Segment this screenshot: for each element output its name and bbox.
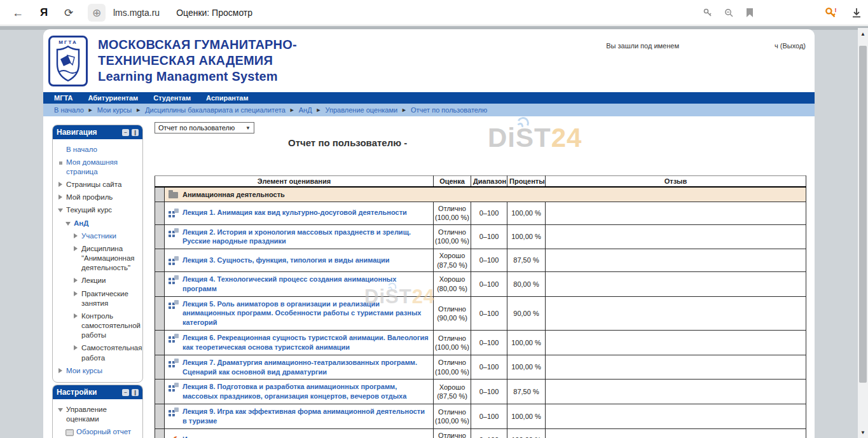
feedback-cell [546,331,806,355]
wifi-arcs-icon [517,116,530,129]
grade-item-link[interactable]: Лекция 5. Роль аниматоров в организации … [183,299,429,328]
navigation-item: АнД [55,217,141,229]
indent-cell [155,249,165,272]
scroll-down-arrow[interactable]: ▼ [858,428,868,437]
zoom-icon[interactable] [722,6,735,19]
range-cell: 0–100 [471,296,507,331]
grade-percent: (90,00 %) [435,313,469,322]
logout-link[interactable]: ч (Выход) [775,42,806,50]
dock-block-icon[interactable]: ❙ [132,389,139,396]
tree-expand-icon[interactable] [59,195,62,200]
tree-collapse-icon[interactable] [58,408,63,412]
browser-reload-button[interactable]: ⟳ [60,4,77,21]
grade-cell: Отлично(100,00 %) [434,404,471,429]
navigation-label[interactable]: АнД [74,219,88,228]
navigation-label[interactable]: Мои курсы [66,366,102,376]
grade-report-icon [65,429,74,436]
download-icon[interactable] [850,6,863,19]
collapse-block-icon[interactable]: − [122,389,129,396]
breadcrumb-item[interactable]: В начало [54,106,84,114]
grade-item-link[interactable]: Лекция 3. Сущность, функция, типология и… [183,256,390,265]
percent-cell: 100,00 % [507,428,546,438]
report-type-select[interactable]: Отчет по пользователю ▼ [155,122,254,133]
tree-expand-icon[interactable] [74,278,78,283]
navigation-label[interactable]: В начало [66,145,97,154]
grade-item-link[interactable]: Лекция 8. Подготовка и разработка анимац… [183,382,429,401]
grade-item-link[interactable]: Лекция 9. Игра как эффективная форма ани… [183,407,429,426]
column-header: Отзыв [546,176,806,188]
lesson-icon [169,256,179,266]
settings-block-title: Настройки [57,388,120,397]
category-row: Анимационная деятельность [155,187,806,202]
collapse-block-icon[interactable]: − [122,129,129,136]
site-panel: МГТА МОСКОВСКАЯ ГУМАНИТАРНО- ТЕХНИЧЕСКАЯ… [43,29,815,438]
address-bar[interactable]: ⊕ lms.mgta.ru Оценки: Просмотр [85,1,807,24]
percent-cell: 100,00 % [507,224,546,249]
grade-item-row: Лекция 4. Технологический процесс создан… [155,271,806,296]
navigation-label: Дисциплина "Анимационная деятельность" [81,244,139,273]
breadcrumb-item[interactable]: АнД [299,106,312,114]
topnav-item-2[interactable]: Абитуриентам [88,94,138,102]
navigation-item: Страницы сайта [55,179,141,191]
grade-word: Отлично [435,204,469,213]
lesson-icon [169,334,179,343]
breadcrumb-item[interactable]: Дисциплины бакалавриата и специалитета [145,106,286,114]
grade-item-link[interactable]: Лекция 6. Рекреационная сущность туристс… [183,333,429,352]
breadcrumb-item[interactable]: Отчет по пользователю [411,106,487,114]
tree-expand-icon[interactable] [74,313,78,318]
grade-cell: Хорошо(80,00 %) [434,271,471,296]
navigation-label: Контроль самостоятельной работы [81,311,141,341]
tree-collapse-icon[interactable] [58,209,63,212]
login-prefix: Вы зашли под именем [606,42,679,50]
breadcrumb-separator-icon: ► [135,107,141,113]
tree-expand-icon[interactable] [74,233,78,238]
grade-item-link[interactable]: Итоговое тестирование [183,435,265,438]
scrollbar-thumb[interactable] [859,46,867,383]
browser-back-button[interactable]: ← [10,4,26,21]
bookmark-icon[interactable] [743,6,756,19]
grade-percent: (80,00 %) [435,284,469,293]
grade-item-link[interactable]: Лекция 1. Анимация как вид культурно-дос… [183,208,407,217]
folder-icon [169,192,178,198]
navigation-item: Моя домашняя страница [55,156,141,178]
scroll-up-arrow[interactable]: ▲ [858,29,868,38]
column-header: Элемент оценивания [155,176,434,188]
grade-item-link[interactable]: Лекция 4. Технологический процесс создан… [183,275,429,294]
browser-chrome: ← Я ⟳ ⊕ lms.mgta.ru Оценки: Просмотр ! [0,0,868,25]
feedback-cell [546,224,806,249]
url-text[interactable]: lms.mgta.ru [113,8,160,18]
navigation-label[interactable]: Моя домашняя страница [66,158,139,177]
indent-cell [155,187,165,202]
vertical-scrollbar[interactable]: ▲ ▼ [858,28,868,438]
password-key-icon[interactable] [701,6,714,19]
range-cell: 0–100 [471,380,507,404]
tree-expand-icon[interactable] [74,345,78,350]
topnav-item-1[interactable]: МГТА [54,94,72,102]
topnav-item-4[interactable]: Аспирантам [206,94,248,102]
settings-item: Управление оценками [55,403,141,425]
topnav-item-3[interactable]: Студентам [153,94,191,102]
tree-expand-icon[interactable] [59,182,62,187]
yandex-logo-button[interactable]: Я [36,4,52,21]
navigation-label[interactable]: Участники [81,231,116,241]
tree-collapse-icon[interactable] [65,222,71,226]
category-name: Анимационная деятельность [183,191,285,198]
navigation-item: Мой профиль [55,191,141,204]
navigation-item: В начало [55,143,141,156]
dock-block-icon[interactable]: ❙ [132,129,139,136]
settings-label[interactable]: Обзорный отчет [76,427,131,437]
tree-expand-icon[interactable] [74,246,78,251]
report-select-value: Отчет по пользователю [158,124,235,132]
breadcrumb-item[interactable]: Мои курсы [97,106,132,114]
navigation-item: Текущий курс [55,204,141,217]
grade-percent: (100,00 %) [435,343,469,352]
tree-expand-icon[interactable] [59,368,62,373]
tree-expand-icon[interactable] [74,291,78,296]
grade-item-link[interactable]: Лекция 7. Драматургия анимационно-театра… [183,358,429,377]
navigation-item: Мои курсы [55,364,141,377]
breadcrumb-item[interactable]: Управление оценками [326,106,398,114]
grade-item-link[interactable]: Лекция 2. История и хронология массовых … [183,228,429,247]
password-alert-icon[interactable]: ! [825,6,837,19]
column-header: Оценка [434,176,471,188]
indent-cell [155,224,165,249]
